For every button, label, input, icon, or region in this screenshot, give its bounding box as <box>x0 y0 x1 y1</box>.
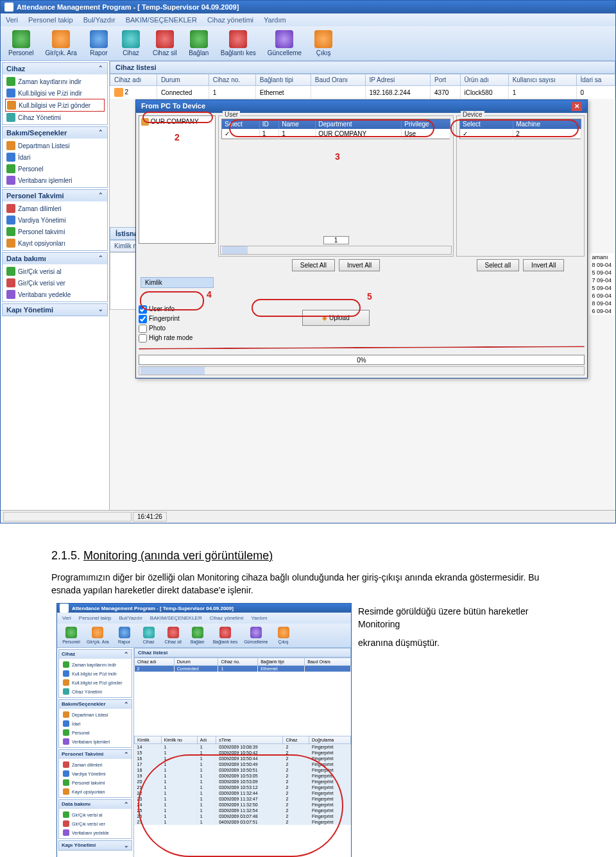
ucol-id[interactable]: ID <box>259 119 278 130</box>
menu-bar: Veri Personel takip Bul/Yazdır BAKIM/SEÇ… <box>1 13 615 26</box>
ucol-priv[interactable]: Privilege <box>402 119 450 130</box>
dcol-machine[interactable]: Machine <box>513 119 581 130</box>
ucol-name[interactable]: Name <box>279 119 316 130</box>
device-select-table: Select Machine ✓ 2 <box>459 119 581 139</box>
status-bar: 16:41:26 <box>1 510 615 523</box>
nav-gircik-ver[interactable]: Gir/Çık verisi ver <box>5 277 105 289</box>
tb-cihaz[interactable]: Cihaz <box>116 29 146 58</box>
chk-photo[interactable] <box>139 325 147 333</box>
nav-head-cihaz[interactable]: Cihaz⌃ <box>3 63 107 74</box>
disconnect-icon <box>229 30 247 48</box>
menu-cihaz-yonetimi[interactable]: Cihaz yönetimi <box>205 15 256 25</box>
device-sel-row[interactable]: ✓ 2 <box>460 129 581 139</box>
app-icon <box>4 3 13 12</box>
btn-select-all-dev[interactable]: Select all <box>477 259 520 271</box>
nav-cihaz-yonetimi[interactable]: Cihaz Yönetimi <box>5 112 105 123</box>
tree-company-label: OUR COMPANY <box>151 118 199 125</box>
nav-db-islem[interactable]: Veritabanı işlemleri <box>5 174 105 186</box>
nav-head-kapi[interactable]: Kapı Yönetimi⌄ <box>3 304 107 316</box>
nav-gircik-al[interactable]: Gir/Çık verisi al <box>5 266 105 277</box>
ucol-dept[interactable]: Department <box>316 119 402 130</box>
monitoring-log-table: Kimlik Kimlik no Adı sTime Cihaz Doğrula… <box>134 736 351 825</box>
scroll-thumb[interactable] <box>141 367 205 375</box>
nav-head-bakim[interactable]: Bakım/Seçenekler⌃ <box>3 127 107 139</box>
col-baud[interactable]: Baud Oranı <box>311 74 365 86</box>
btn-upload[interactable]: ◆ Upload <box>302 310 369 326</box>
col-cihaz-no[interactable]: Cihaz no. <box>209 74 255 86</box>
nav-db-yedek[interactable]: Veritabanı yedekle <box>5 289 105 300</box>
company-tree[interactable]: OUR COMPANY <box>139 115 216 244</box>
btn-select-all[interactable]: Select All <box>292 259 335 271</box>
tb-personel[interactable]: Personel <box>3 29 38 58</box>
col-ip[interactable]: IP Adresi <box>365 74 431 86</box>
col-cihaz-adi[interactable]: Cihaz adı <box>110 74 157 86</box>
tb-baglanti-kes[interactable]: Bağlantı kes <box>216 29 261 58</box>
menu-personel-takip[interactable]: Personel takip <box>26 15 76 25</box>
nav-kull-indir[interactable]: Kull.bilgisi ve P.izi indir <box>5 87 105 99</box>
list-icon <box>6 141 15 150</box>
col-kullanici[interactable]: Kullanıcı sayısı <box>508 74 576 86</box>
btn-invert-all[interactable]: Invert All <box>339 259 380 271</box>
chevron-up-icon: ⌃ <box>98 65 103 72</box>
paragraph-2b: ekranına düşmüştür. <box>358 637 565 650</box>
dialog-bottom-scroll[interactable] <box>139 366 585 375</box>
person-icon <box>6 164 15 173</box>
nav-zaman-dilim[interactable]: Zaman dilimleri <box>5 203 105 214</box>
menu-veri[interactable]: Veri <box>3 15 21 25</box>
menu-bul-yazdir[interactable]: Bul/Yazdır <box>81 15 118 25</box>
pc-to-device-dialog: From PC To Device ✕ OUR COMPANY <box>135 99 588 378</box>
nav-zaman-kayit[interactable]: Zaman kayıtlarını indir <box>5 76 105 87</box>
user-table: Select ID Name Department Privilege ✓ <box>221 119 450 139</box>
nav-idari[interactable]: İdari <box>5 151 105 163</box>
device-table: Cihaz adı Durum Cihaz no. Bağlantı tipi … <box>110 74 615 99</box>
toolbar: Personel Gir/çık. Ara Rapor Cihaz Cihaz … <box>1 26 615 61</box>
tb-guncelleme[interactable]: Güncelleme <box>262 29 307 58</box>
nav-ptakvim[interactable]: Personel takvimi <box>5 226 105 237</box>
chk-user-info[interactable] <box>139 305 147 314</box>
import-icon <box>6 267 15 276</box>
ucol-select[interactable]: Select <box>222 119 260 130</box>
thumbnail-window: Attendance Management Program - [ Temp-S… <box>56 603 352 857</box>
tab-kimlik[interactable]: Kimlik <box>141 277 214 288</box>
upload-icon <box>7 101 16 110</box>
download-icon <box>6 77 15 86</box>
dcol-select[interactable]: Select <box>460 119 513 130</box>
dialog-close-button[interactable]: ✕ <box>572 102 582 111</box>
search-icon <box>52 30 70 48</box>
nav-head-data[interactable]: Data bakımı⌃ <box>3 253 107 264</box>
tb-cikis[interactable]: Çıkış <box>308 29 339 58</box>
nav-vardiya[interactable]: Vardiya Yönetimi <box>5 214 105 226</box>
nav-head-takvim[interactable]: Personel Takvimi⌃ <box>3 190 107 201</box>
btn-invert-all-dev[interactable]: Invert All <box>523 259 564 271</box>
nav-kull-gonder[interactable]: Kull.bilgisi ve P.izi gönder <box>5 99 105 112</box>
database-icon <box>6 176 15 185</box>
article-text: 2.1.5.Monitoring (anında veri görüntülem… <box>0 523 616 857</box>
side-times: amanı 8 09-04 5 09-04 7 09-04 5 09-04 6 … <box>589 253 614 315</box>
tb-rapor[interactable]: Rapor <box>83 29 114 58</box>
tb-baglan[interactable]: Bağlan <box>184 29 214 58</box>
shift-icon <box>6 216 15 225</box>
tb-gir-cik[interactable]: Gir/çık. Ara <box>40 29 81 58</box>
download-icon <box>6 89 15 98</box>
chk-high-rate[interactable] <box>139 334 147 343</box>
col-baglanti[interactable]: Bağlantı tipi <box>255 74 311 86</box>
col-idari[interactable]: İdari sa <box>576 74 615 86</box>
user-row[interactable]: ✓ 1 1 OUR COMPANY Use <box>222 129 450 139</box>
chk-fingerprint[interactable] <box>139 315 147 323</box>
device-status-icon <box>114 88 123 97</box>
device-row[interactable]: 2 Connected 1 Ethernet 192.168.2.244 437… <box>110 86 615 99</box>
col-port[interactable]: Port <box>431 74 461 86</box>
col-durum[interactable]: Durum <box>157 74 209 86</box>
tb-cihaz-sil[interactable]: Cihaz sil <box>148 29 182 58</box>
menu-yardim[interactable]: Yardım <box>261 15 289 25</box>
main-app-window: Attendance Management Program - [ Temp-S… <box>0 0 616 523</box>
company-icon <box>141 118 149 126</box>
menu-bakim[interactable]: BAKIM/SEÇENEKLER <box>123 15 200 25</box>
user-scrollbar[interactable] <box>220 246 452 255</box>
scroll-thumb[interactable] <box>222 246 248 254</box>
backup-icon <box>6 290 15 299</box>
nav-departman[interactable]: Departman Listesi <box>5 140 105 151</box>
col-urun[interactable]: Ürün adı <box>460 74 508 86</box>
nav-personel[interactable]: Personel <box>5 163 105 174</box>
nav-kayit-ops[interactable]: Kayıt opsiyonları <box>5 237 105 249</box>
